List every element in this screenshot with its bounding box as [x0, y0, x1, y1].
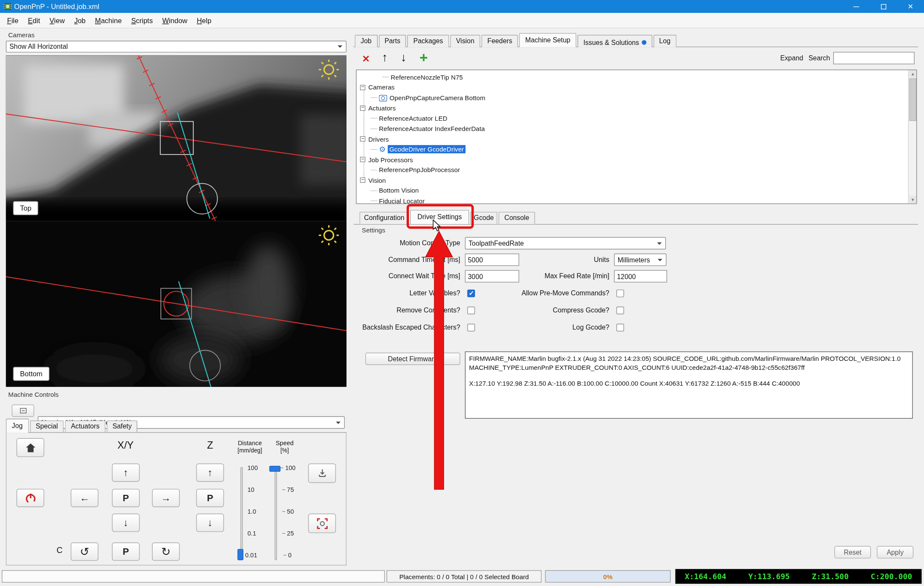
position-c-button[interactable]: P [112, 542, 140, 561]
jog-y-plus-button[interactable] [112, 464, 140, 482]
distance-slider-thumb[interactable] [237, 549, 243, 560]
delete-button[interactable] [358, 51, 374, 66]
menu-view[interactable]: View [45, 14, 70, 27]
premove-commands-checkbox[interactable] [616, 289, 624, 297]
speed-slider-thumb[interactable] [270, 466, 281, 472]
tab-machine-setup[interactable]: Machine Setup [519, 33, 576, 47]
position-xy-button[interactable]: P [112, 489, 140, 507]
tree-item-drivers[interactable]: Drivers [356, 134, 916, 144]
close-button[interactable] [897, 0, 924, 13]
tab-issues-solutions[interactable]: Issues & Solutions [578, 35, 652, 47]
tab-console[interactable]: Console [498, 212, 535, 224]
scrollbar-down-arrow[interactable]: ▼ [909, 196, 917, 203]
menu-help[interactable]: Help [192, 14, 216, 27]
motion-control-type-label: Motion Control Type [359, 239, 460, 247]
settings-group-title: Settings [362, 226, 385, 234]
tree-expander[interactable] [360, 178, 365, 183]
tree-scrollbar[interactable]: ▲ ▼ [908, 70, 916, 203]
tree-item[interactable]: ReferenceActuator LED [356, 113, 916, 123]
tab-special[interactable]: Special [30, 420, 64, 433]
menu-window[interactable]: Window [157, 14, 192, 27]
rotate-ccw-button[interactable] [71, 542, 98, 561]
detect-firmware-button[interactable]: Detect Firmware [365, 353, 460, 365]
rotate-cw-button[interactable] [152, 542, 180, 561]
menu-edit[interactable]: Edit [23, 14, 45, 27]
jog-x-minus-button[interactable] [71, 489, 98, 507]
left-arrow-icon [80, 492, 89, 504]
tree-item[interactable]: Fiducial Locator [356, 196, 916, 204]
letter-variables-checkbox[interactable] [467, 289, 475, 297]
tab-gcode[interactable]: Gcode [470, 212, 497, 224]
park-z-button[interactable] [308, 464, 336, 483]
up-arrow-icon [382, 51, 388, 64]
jog-x-plus-button[interactable] [152, 489, 180, 507]
tree-expander[interactable] [360, 157, 365, 162]
move-up-button[interactable] [377, 50, 393, 65]
speed-slider[interactable] [275, 467, 277, 560]
tree-item[interactable]: ReferencePnpJobProcessor [356, 165, 916, 175]
menu-machine[interactable]: Machine [90, 14, 127, 27]
tab-safety[interactable]: Safety [107, 420, 137, 433]
camera-view-bottom[interactable]: Bottom [6, 221, 346, 387]
home-button[interactable] [17, 438, 44, 457]
log-gcode-checkbox[interactable] [616, 324, 624, 331]
units-select[interactable]: Millimeters [614, 253, 666, 266]
tree-item[interactable]: ReferenceActuator IndexFeederData [356, 124, 916, 134]
backslash-escaped-checkbox[interactable] [467, 324, 475, 331]
tree-item-actuators[interactable]: Actuators [356, 103, 916, 113]
scrollbar-thumb[interactable] [909, 78, 917, 121]
apply-button[interactable]: Apply [877, 546, 913, 559]
motion-control-type-select[interactable]: ToolpathFeedRate [465, 237, 666, 250]
scrollbar-up-arrow[interactable]: ▲ [909, 70, 917, 78]
tab-jog[interactable]: Jog [6, 419, 29, 433]
tree-item-cameras[interactable]: Cameras [356, 82, 916, 92]
tab-packages[interactable]: Packages [407, 35, 449, 47]
tab-vision[interactable]: Vision [450, 35, 480, 47]
menu-scripts[interactable]: Scripts [127, 14, 158, 27]
tree-item-vision[interactable]: Vision [356, 175, 916, 185]
jog-z-minus-button[interactable] [196, 514, 224, 532]
tree-expander[interactable] [360, 85, 365, 90]
tree-expander[interactable] [360, 105, 365, 110]
tab-log[interactable]: Log [653, 35, 676, 47]
remove-comments-checkbox[interactable] [467, 306, 475, 314]
tree-expander[interactable] [360, 137, 365, 142]
jog-z-plus-button[interactable] [196, 464, 224, 482]
command-timeout-input[interactable]: 5000 [465, 253, 519, 266]
z-header: Z [196, 440, 224, 452]
tab-issues-label: Issues & Solutions [583, 39, 639, 46]
tab-actuators[interactable]: Actuators [65, 420, 105, 433]
position-z-button[interactable]: P [196, 489, 224, 507]
menu-file[interactable]: File [3, 14, 24, 27]
tab-configuration[interactable]: Configuration [359, 212, 409, 224]
add-button[interactable] [416, 51, 432, 66]
tab-feeders[interactable]: Feeders [482, 35, 518, 47]
dro-c: C:200.000 [871, 572, 912, 581]
tab-job-main[interactable]: Job [355, 35, 377, 47]
distance-slider[interactable] [240, 467, 243, 560]
tree-item-gcodedriver[interactable]: ⚙GcodeDriver GcodeDriver [356, 144, 916, 155]
collapse-icon [20, 408, 26, 413]
tree-item[interactable]: ReferenceNozzleTip N75 [356, 72, 916, 82]
menu-bar: File Edit View Job Machine Scripts Windo… [0, 13, 924, 28]
power-button[interactable] [17, 489, 44, 507]
tree-item[interactable]: Bottom Vision [356, 185, 916, 196]
max-feed-rate-input[interactable]: 12000 [614, 270, 667, 283]
collapse-controls-button[interactable] [12, 405, 34, 417]
camera-position-button[interactable] [308, 514, 336, 533]
move-down-button[interactable] [396, 50, 412, 65]
camera-view-select[interactable]: Show All Horizontal [6, 41, 346, 53]
connect-wait-input[interactable]: 3000 [465, 270, 519, 283]
compress-gcode-checkbox[interactable] [616, 306, 624, 314]
maximize-button[interactable] [870, 0, 897, 13]
reset-button[interactable]: Reset [835, 546, 871, 559]
tree-item-job-processors[interactable]: Job Processors [356, 155, 916, 165]
search-input[interactable] [833, 52, 915, 64]
camera-view-top[interactable]: Top [6, 55, 346, 221]
menu-job[interactable]: Job [69, 14, 90, 27]
power-icon [24, 492, 36, 504]
minimize-button[interactable] [843, 0, 870, 13]
tree-item[interactable]: OpenPnpCaptureCamera Bottom [356, 92, 916, 103]
jog-y-minus-button[interactable] [112, 514, 140, 532]
tab-parts[interactable]: Parts [379, 35, 406, 47]
